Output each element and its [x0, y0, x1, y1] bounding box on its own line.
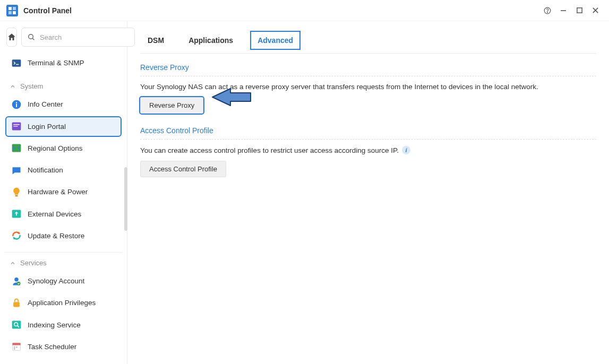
group-label: System — [20, 82, 43, 90]
sidebar-item-label: Synology Account — [28, 277, 84, 285]
sidebar-item-label: Task Scheduler — [28, 343, 76, 351]
close-button[interactable] — [588, 3, 603, 18]
svg-rect-35 — [14, 349, 15, 350]
sidebar-item-external-devices[interactable]: External Devices — [5, 204, 122, 224]
help-button[interactable] — [540, 3, 555, 18]
sidebar-item-label: Application Privileges — [28, 299, 96, 307]
svg-rect-27 — [13, 302, 20, 307]
svg-rect-8 — [577, 8, 581, 13]
window-title: Control Panel — [23, 6, 72, 15]
person-icon — [11, 275, 22, 287]
tab-advanced[interactable]: Advanced — [250, 31, 301, 50]
svg-rect-4 — [13, 11, 16, 14]
section-title-reverse-proxy: Reverse Proxy — [140, 63, 596, 72]
sidebar-item-update-restore[interactable]: Update & Restore — [5, 226, 122, 246]
section-title-access-control: Access Control Profile — [140, 126, 596, 135]
svg-point-26 — [17, 282, 21, 285]
sidebar-item-label: External Devices — [28, 210, 81, 218]
svg-rect-2 — [13, 7, 16, 10]
search-input[interactable] — [40, 33, 129, 41]
upload-icon — [11, 208, 22, 220]
reverse-proxy-button[interactable]: Reverse Proxy — [140, 97, 203, 114]
chevron-up-icon — [10, 83, 16, 90]
sidebar-item-label: Hardware & Power — [28, 188, 88, 196]
group-header-system[interactable]: System — [4, 76, 123, 93]
svg-rect-1 — [8, 7, 12, 10]
titlebar: Control Panel — [0, 0, 609, 21]
access-control-profile-button[interactable]: Access Control Profile — [140, 161, 226, 177]
sidebar-item-regional-options[interactable]: Regional Options — [5, 138, 122, 159]
sidebar-item-label: Indexing Service — [28, 321, 81, 329]
portal-icon — [11, 120, 22, 132]
bulb-icon — [11, 186, 22, 198]
info-icon[interactable]: i — [402, 146, 410, 154]
app-icon — [6, 5, 18, 16]
tab-applications[interactable]: Applications — [181, 31, 241, 50]
search-field[interactable] — [21, 28, 135, 47]
main-content: DSM Applications Advanced Reverse Proxy … — [127, 21, 609, 364]
sidebar-item-hardware-power[interactable]: Hardware & Power — [5, 181, 122, 202]
sidebar-item-task-scheduler[interactable]: Task Scheduler — [5, 336, 122, 357]
svg-point-6 — [547, 12, 548, 12]
section-desc-access-control: You can create access control profiles t… — [140, 146, 596, 154]
svg-point-15 — [16, 102, 17, 103]
globe-icon — [11, 142, 22, 154]
sidebar-item-notification[interactable]: Notification — [5, 160, 122, 180]
sidebar-item-label: Update & Restore — [28, 232, 84, 240]
chevron-up-icon — [10, 260, 16, 266]
sidebar-item-application-privileges[interactable]: Application Privileges — [5, 292, 122, 313]
svg-rect-34 — [16, 346, 18, 348]
section-desc-reverse-proxy: Your Synology NAS can act as a reverse p… — [140, 83, 596, 91]
tab-dsm[interactable]: DSM — [140, 31, 171, 50]
sidebar-item-label: Login Portal — [28, 123, 66, 131]
sidebar-item-synology-account[interactable]: Synology Account — [5, 271, 122, 291]
search-icon — [27, 33, 36, 41]
sidebar-item-indexing-service[interactable]: Indexing Service — [5, 315, 122, 335]
lock-icon — [11, 297, 22, 309]
sidebar-item-terminal-snmp[interactable]: Terminal & SNMP — [5, 53, 122, 73]
svg-rect-21 — [15, 195, 18, 197]
sidebar: Terminal & SNMP System Info Center Login… — [0, 21, 127, 364]
sidebar-item-login-portal[interactable]: Login Portal — [5, 116, 122, 137]
group-header-services[interactable]: Services — [4, 252, 123, 270]
sidebar-item-label: Terminal & SNMP — [28, 59, 84, 67]
tabs: DSM Applications Advanced — [140, 31, 596, 54]
svg-rect-32 — [13, 343, 21, 345]
search-service-icon — [11, 319, 22, 331]
svg-line-12 — [32, 38, 34, 40]
svg-rect-3 — [8, 11, 12, 14]
svg-rect-33 — [14, 346, 15, 348]
svg-rect-13 — [12, 59, 21, 66]
scrollbar[interactable] — [124, 167, 127, 231]
info-icon — [11, 99, 22, 110]
svg-rect-16 — [16, 103, 17, 107]
sidebar-item-info-center[interactable]: Info Center — [5, 94, 122, 115]
message-icon — [11, 164, 22, 176]
svg-rect-0 — [6, 5, 18, 16]
access-control-desc-text: You can create access control profiles t… — [140, 146, 399, 154]
home-button[interactable] — [6, 28, 17, 47]
terminal-icon — [11, 57, 22, 69]
sidebar-item-label: Info Center — [28, 100, 63, 108]
svg-rect-19 — [13, 126, 18, 127]
group-label: Services — [20, 259, 47, 267]
maximize-button[interactable] — [572, 3, 587, 18]
svg-rect-28 — [12, 321, 21, 329]
svg-rect-18 — [13, 124, 20, 125]
refresh-icon — [11, 230, 22, 241]
sidebar-item-label: Notification — [28, 166, 63, 174]
calendar-icon — [11, 341, 22, 352]
minimize-button[interactable] — [556, 3, 571, 18]
sidebar-item-label: Regional Options — [28, 144, 83, 152]
svg-point-11 — [29, 34, 33, 39]
svg-point-25 — [14, 278, 19, 282]
